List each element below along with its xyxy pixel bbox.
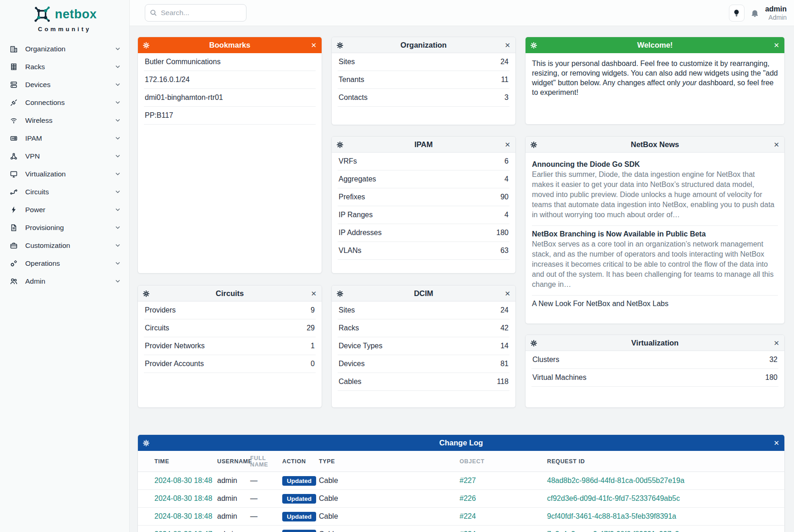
widget-config-button[interactable] [143,435,149,451]
stat-label[interactable]: Provider Networks [145,342,205,350]
change-request-id-link[interactable]: 9cf40fdf-3461-4c88-81a3-5feb39f8391a [547,512,784,521]
stat-label[interactable]: Sites [339,306,355,314]
sidebar-item-wireless[interactable]: Wireless [0,111,129,129]
virtualization-icon [10,170,18,178]
widget-config-button[interactable] [143,37,149,53]
stat-label[interactable]: Providers [145,306,176,314]
stat-row: Sites24 [338,53,509,71]
sidebar-item-connections[interactable]: Connections [0,93,129,111]
stat-label[interactable]: Sites [339,58,355,66]
widget-header: Organization ✕ [332,37,515,53]
widget-close-button[interactable]: ✕ [311,37,317,53]
stat-label[interactable]: Contacts [339,93,367,102]
user-menu[interactable]: admin Admin [765,5,787,21]
sidebar-item-circuits[interactable]: Circuits [0,183,129,201]
stat-row: IP Ranges4 [338,206,509,224]
widget-close-button[interactable]: ✕ [504,137,510,153]
change-object-link[interactable]: #227 [460,477,547,485]
stat-label[interactable]: Clusters [532,356,559,364]
change-object-link[interactable]: #224 [460,512,547,521]
notifications-bell-icon[interactable] [751,9,759,17]
brand[interactable]: netbox Community [0,0,129,33]
widget-header: Change Log ✕ [138,435,784,451]
chevron-down-icon [115,65,120,68]
column-header-action[interactable]: ACTION [282,458,319,465]
widget-config-button[interactable] [143,285,149,302]
stat-label[interactable]: IP Addresses [339,229,382,237]
widget-config-button[interactable] [337,137,343,153]
widget-close-button[interactable]: ✕ [773,37,779,53]
gear-icon [143,440,149,446]
stat-value: 4 [504,175,509,183]
sidebar-item-power[interactable]: Power [0,201,129,219]
widget-config-button[interactable] [337,37,343,53]
widget-config-button[interactable] [531,137,537,153]
gear-icon [337,42,343,49]
widget-close-button[interactable]: ✕ [773,435,779,451]
sidebar-item-customization[interactable]: Customization [0,236,129,254]
column-header-username[interactable]: USERNAME [217,458,250,465]
stat-label[interactable]: VRFs [339,157,357,165]
close-icon: ✕ [504,141,510,149]
column-header-request-id[interactable]: REQUEST ID [547,458,784,465]
sidebar-item-racks[interactable]: Racks [0,58,129,76]
stat-label[interactable]: IP Ranges [339,211,372,219]
organization-icon [10,45,18,53]
stat-value: 118 [497,378,509,386]
change-request-id-link[interactable]: cf92d3e6-d09d-41fc-9fd7-52337649ab5c [547,494,784,503]
stat-label[interactable]: Virtual Machines [532,373,586,382]
stat-label[interactable]: Provider Accounts [145,360,204,368]
change-object-link[interactable]: #226 [460,494,547,503]
bookmark-link[interactable]: Butler Communications [145,58,220,66]
news-headline-link[interactable]: NetBox Branching is Now Available in Pub… [532,230,778,238]
search-input[interactable] [161,9,241,17]
widget-close-button[interactable]: ✕ [504,37,510,53]
sidebar-item-admin[interactable]: Admin [0,272,129,290]
change-request-id-link[interactable]: 7a3c4e3a-cac9-47f2-90f6-f89291c997c3 [547,530,784,532]
bookmark-link[interactable]: dmi01-binghamton-rtr01 [145,93,223,102]
change-time-link[interactable]: 2024-08-30 18:47 [154,530,217,532]
user-role: Admin [765,14,787,21]
widget-config-button[interactable] [531,335,537,351]
stat-label[interactable]: Racks [339,324,359,332]
widget-close-button[interactable]: ✕ [504,285,510,302]
stat-label[interactable]: Tenants [339,76,364,84]
stat-row: Circuits29 [144,319,316,337]
sidebar-item-virtualization[interactable]: Virtualization [0,165,129,183]
widget-close-button[interactable]: ✕ [773,335,779,351]
action-badge: Updated [282,494,316,504]
provisioning-icon [10,224,18,232]
widget-close-button[interactable]: ✕ [773,137,779,153]
sidebar-item-organization[interactable]: Organization [0,40,129,58]
sidebar-item-operations[interactable]: Operations [0,254,129,272]
change-object-link[interactable]: #224 [460,530,547,532]
change-time-link[interactable]: 2024-08-30 18:48 [154,512,217,521]
stat-label[interactable]: Cables [339,378,361,386]
change-request-id-link[interactable]: 48ad8b2c-986d-44fd-81ca-00d55b27e19a [547,477,784,485]
widget-config-button[interactable] [337,285,343,302]
stat-label[interactable]: Circuits [145,324,169,332]
news-headline-link[interactable]: A New Look For NetBox and NetBox Labs [532,300,778,308]
sidebar-item-label: Operations [25,259,60,268]
stat-label[interactable]: Device Types [339,342,383,350]
widget-config-button[interactable] [531,37,537,53]
column-header-type[interactable]: TYPE [319,458,460,465]
stat-label[interactable]: Prefixes [339,193,365,201]
change-time-link[interactable]: 2024-08-30 18:48 [154,477,217,485]
widget-close-button[interactable]: ✕ [311,285,317,302]
sidebar-item-ipam[interactable]: IPAM [0,129,129,147]
sidebar-item-provisioning[interactable]: Provisioning [0,219,129,236]
bookmark-link[interactable]: PP:B117 [145,111,173,120]
change-time-link[interactable]: 2024-08-30 18:48 [154,494,217,503]
column-header-time[interactable]: TIME [154,458,217,465]
stat-label[interactable]: Aggregates [339,175,376,183]
sidebar-item-devices[interactable]: Devices [0,76,129,93]
stat-label[interactable]: VLANs [339,247,361,255]
sidebar-item-vpn[interactable]: VPN [0,147,129,165]
stat-label[interactable]: Devices [339,360,365,368]
news-headline-link[interactable]: Announcing the Diode Go SDK [532,160,778,169]
stat-row: Racks42 [338,319,509,337]
bookmark-link[interactable]: 172.16.0.1/24 [145,76,190,84]
sidebar-item-label: Organization [25,45,66,53]
theme-toggle-button[interactable] [729,5,745,22]
